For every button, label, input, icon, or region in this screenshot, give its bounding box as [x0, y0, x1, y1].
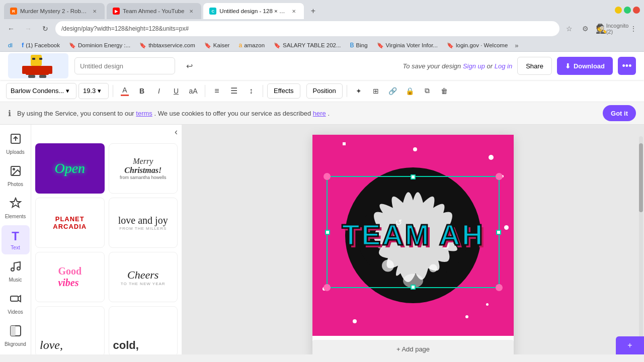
- download-button[interactable]: ⬇ Download: [557, 57, 613, 75]
- spacing-button[interactable]: ↕: [244, 83, 259, 99]
- list-button[interactable]: ☰: [226, 83, 242, 99]
- magic-button[interactable]: ✦: [351, 83, 366, 99]
- bookmark-bing[interactable]: B Bing: [346, 41, 372, 50]
- refresh-button[interactable]: ↻: [38, 22, 52, 36]
- sidebar-item-bkground[interactable]: Bkground: [2, 321, 30, 351]
- minimize-button[interactable]: [615, 7, 622, 14]
- align-button[interactable]: ≡: [209, 83, 224, 99]
- rotate-handle-br[interactable]: [496, 284, 503, 291]
- videos-icon: [10, 293, 22, 308]
- dot-5: [323, 287, 326, 291]
- text-color-button[interactable]: A: [117, 83, 132, 99]
- font-size-selector[interactable]: 19.3 ▾: [78, 83, 109, 99]
- underline-button[interactable]: U: [169, 83, 184, 99]
- svg-rect-0: [31, 55, 42, 66]
- template-love-and-joy[interactable]: love and joy FROM THE MILLERS: [109, 198, 178, 248]
- tab-roblox[interactable]: R Murder Mystery 2 - Roblox ✕: [4, 3, 105, 19]
- terms-link[interactable]: terms: [136, 110, 152, 117]
- scrollbar-thumb[interactable]: [639, 143, 643, 212]
- add-page-button[interactable]: + Add page: [312, 340, 514, 354]
- maximize-button[interactable]: [624, 7, 631, 14]
- tab-youtube-close[interactable]: ✕: [187, 7, 195, 15]
- copy-button[interactable]: ⧉: [420, 83, 435, 99]
- sidebar-item-elements[interactable]: Elements: [2, 193, 30, 223]
- tab-roblox-close[interactable]: ✕: [91, 7, 99, 15]
- template-cold[interactable]: cold,: [109, 306, 178, 354]
- profile-icon[interactable]: Incognito (2): [611, 22, 624, 35]
- signup-link[interactable]: Sign up: [463, 62, 485, 70]
- canvas-wrapper: TEAM AH: [312, 135, 514, 354]
- here-link[interactable]: here: [313, 110, 326, 117]
- bookmark-li[interactable]: dI: [4, 41, 17, 49]
- download-icon: ⬇: [565, 62, 571, 70]
- bookmark-kaiser[interactable]: 🔖 Kaiser: [200, 41, 234, 50]
- back-button[interactable]: ←: [4, 22, 18, 36]
- lock-button[interactable]: 🔒: [403, 83, 418, 99]
- canvas-area[interactable]: TEAM AH: [182, 125, 644, 354]
- new-tab-button[interactable]: +: [306, 4, 320, 18]
- panel-collapse-btn[interactable]: ‹: [31, 125, 182, 139]
- vertical-scrollbar[interactable]: [639, 125, 643, 354]
- tab-youtube[interactable]: ▶ Team Ahmed - YouTube ✕: [107, 3, 201, 19]
- design-title-input[interactable]: [74, 57, 175, 74]
- bookmarks-more[interactable]: »: [515, 42, 518, 49]
- forward-button[interactable]: →: [21, 22, 35, 36]
- rotate-handle-tl[interactable]: [324, 173, 331, 180]
- tab-canva[interactable]: C Untitled design - 128 × 128px ✕: [203, 3, 304, 19]
- undo-button[interactable]: ↩: [181, 58, 197, 74]
- text-icon: T: [12, 229, 19, 243]
- position-button[interactable]: Position: [306, 83, 343, 99]
- bookmark-logingov[interactable]: 🔖 login.gov · Welcome: [443, 41, 512, 50]
- got-it-button[interactable]: Got it: [603, 105, 636, 121]
- address-bar[interactable]: /design/play?width=128&height=128&units=…: [55, 21, 559, 36]
- bookmark-salary[interactable]: 🔖 SALARY TABLE 202...: [270, 41, 345, 50]
- save-prompt: To save your design Sign up or Log in: [403, 62, 512, 70]
- main-area: Uploads Photos Elements: [0, 125, 644, 354]
- bookmark-icon[interactable]: ☆: [562, 22, 576, 35]
- delete-button[interactable]: 🗑: [437, 83, 452, 99]
- sidebar-item-videos[interactable]: Videos: [2, 289, 30, 319]
- template-cheers[interactable]: Cheers TO THE NEW YEAR: [109, 252, 178, 302]
- template-planet-arcadia[interactable]: PLANET ARCADIA: [35, 198, 105, 248]
- bookmark-facebook[interactable]: f (1) Facebook: [18, 41, 64, 50]
- close-button[interactable]: [633, 7, 640, 14]
- bold-button[interactable]: B: [134, 83, 149, 99]
- canvas-design[interactable]: TEAM AH: [312, 135, 514, 336]
- extensions-icon[interactable]: ⚙: [579, 22, 592, 35]
- case-button[interactable]: aA: [186, 83, 201, 99]
- purple-corner-button[interactable]: +: [616, 336, 644, 354]
- uploads-label: Uploads: [6, 149, 25, 155]
- handle-tl: [325, 174, 330, 179]
- effects-button[interactable]: Effects: [267, 83, 300, 99]
- template-christmas[interactable]: Merry Christmas! from samantha howells: [109, 143, 178, 194]
- avatar-area: [8, 53, 68, 78]
- template-open[interactable]: Open: [35, 143, 105, 194]
- sidebar-item-text[interactable]: T Text: [2, 225, 30, 254]
- bookmark-dominion[interactable]: 🔖 Dominion Energy :...: [65, 41, 134, 50]
- template-love2[interactable]: love,: [35, 306, 105, 354]
- login-link[interactable]: Log in: [495, 62, 512, 70]
- handle-tr: [496, 174, 501, 179]
- template-good-vibes[interactable]: Goodvibes: [35, 252, 105, 302]
- font-family-selector[interactable]: Barlow Condens... ▾: [6, 83, 76, 99]
- dot-1: [343, 142, 346, 145]
- italic-button[interactable]: I: [151, 83, 167, 99]
- sidebar-item-photos[interactable]: Photos: [2, 161, 30, 191]
- undo-icon: ↩: [186, 61, 193, 71]
- sidebar-item-music[interactable]: Music: [2, 256, 30, 287]
- menu-icon[interactable]: ⋮: [627, 22, 640, 35]
- bookmark-virginia[interactable]: 🔖 Virginia Voter Infor...: [373, 41, 442, 50]
- more-options-button[interactable]: •••: [618, 57, 636, 75]
- link-button[interactable]: 🔗: [385, 83, 400, 99]
- dot-7: [353, 319, 357, 323]
- tab-canva-close[interactable]: ✕: [290, 7, 298, 15]
- svg-rect-6: [28, 75, 35, 78]
- bookmark-amazon[interactable]: a amazon: [234, 41, 269, 50]
- svg-point-17: [382, 260, 394, 272]
- share-button[interactable]: Share: [517, 57, 552, 75]
- sidebar-item-uploads[interactable]: Uploads: [2, 129, 30, 159]
- topbar-right: To save your design Sign up or Log in Sh…: [403, 57, 636, 75]
- grid-button[interactable]: ⊞: [368, 83, 383, 99]
- bookmark-thbtax[interactable]: 🔖 thbtaxservice.com: [135, 41, 199, 50]
- font-size-value: 19.3: [83, 87, 96, 95]
